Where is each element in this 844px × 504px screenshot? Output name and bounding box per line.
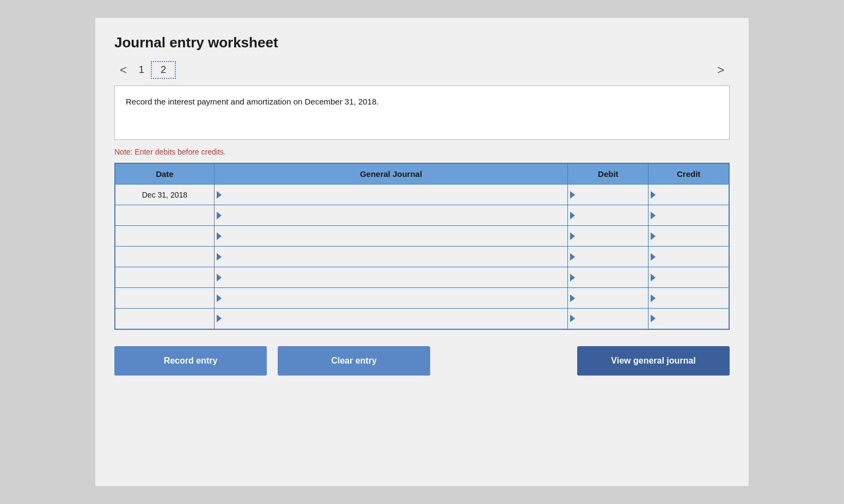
record-entry-button[interactable]: Record entry <box>114 346 267 376</box>
table-row <box>115 309 729 329</box>
input-general-6[interactable] <box>222 309 567 329</box>
cell-general-1[interactable] <box>214 205 567 226</box>
cell-date-4 <box>115 267 214 288</box>
prev-arrow[interactable]: < <box>114 62 132 78</box>
cell-debit-1[interactable] <box>568 205 649 226</box>
arrow-indicator-credit <box>651 294 656 302</box>
input-credit-1[interactable] <box>656 205 729 225</box>
arrow-indicator-credit <box>651 232 656 240</box>
main-container: Journal entry worksheet < 1 2 > Record t… <box>95 18 749 486</box>
page-title: Journal entry worksheet <box>114 34 730 51</box>
input-debit-2[interactable] <box>575 226 648 246</box>
cell-date-1 <box>115 205 214 226</box>
arrow-indicator-debit <box>570 274 575 281</box>
cell-credit-2[interactable] <box>649 226 729 247</box>
cell-general-6[interactable] <box>214 309 567 329</box>
cell-general-5[interactable] <box>214 288 567 309</box>
cell-date-2 <box>115 226 214 247</box>
input-general-2[interactable] <box>222 226 567 246</box>
buttons-row: Record entry Clear entry View general jo… <box>114 346 730 376</box>
journal-table: Date General Journal Debit Credit Dec 31… <box>114 163 730 330</box>
step-1[interactable]: 1 <box>132 62 151 78</box>
description-box: Record the interest payment and amortiza… <box>114 85 730 140</box>
arrow-indicator-credit <box>651 274 656 281</box>
arrow-indicator-debit <box>570 253 575 261</box>
cell-credit-1[interactable] <box>649 205 729 226</box>
arrow-indicator-general <box>217 253 222 261</box>
cell-credit-6[interactable] <box>649 309 729 329</box>
input-general-3[interactable] <box>222 247 567 267</box>
table-row <box>115 226 729 247</box>
input-debit-4[interactable] <box>575 267 648 287</box>
arrow-indicator-general <box>217 274 222 281</box>
arrow-indicator-general <box>217 212 222 219</box>
cell-debit-2[interactable] <box>568 226 649 247</box>
cell-debit-4[interactable] <box>568 267 649 288</box>
cell-general-4[interactable] <box>214 267 567 288</box>
input-general-1[interactable] <box>222 205 567 225</box>
arrow-indicator-debit <box>570 191 575 199</box>
view-general-journal-button[interactable]: View general journal <box>577 346 730 376</box>
input-general-0[interactable] <box>222 185 567 205</box>
input-debit-3[interactable] <box>575 247 648 267</box>
description-text: Record the interest payment and amortiza… <box>126 97 378 106</box>
cell-credit-0[interactable] <box>649 185 729 205</box>
cell-credit-3[interactable] <box>649 247 729 267</box>
cell-debit-5[interactable] <box>568 288 649 309</box>
arrow-indicator-general <box>217 315 222 322</box>
arrow-indicator-general <box>217 191 222 199</box>
arrow-indicator-general <box>217 294 222 302</box>
col-header-debit: Debit <box>568 163 649 185</box>
input-credit-3[interactable] <box>656 247 729 267</box>
cell-date-6 <box>115 309 214 329</box>
note-text: Note: Enter debits before credits. <box>114 147 730 156</box>
input-debit-0[interactable] <box>575 185 648 205</box>
cell-credit-5[interactable] <box>649 288 729 309</box>
input-credit-2[interactable] <box>656 226 729 246</box>
table-row <box>115 247 729 267</box>
arrow-indicator-debit <box>570 315 575 322</box>
cell-general-2[interactable] <box>214 226 567 247</box>
table-row <box>115 267 729 288</box>
table-row <box>115 288 729 309</box>
input-debit-5[interactable] <box>575 288 648 308</box>
input-credit-6[interactable] <box>656 309 729 329</box>
cell-general-3[interactable] <box>214 247 567 267</box>
input-debit-6[interactable] <box>575 309 648 329</box>
arrow-indicator-credit <box>651 315 656 322</box>
cell-date-3 <box>115 247 214 267</box>
input-credit-4[interactable] <box>656 267 729 287</box>
arrow-indicator-debit <box>570 232 575 240</box>
cell-credit-4[interactable] <box>649 267 729 288</box>
arrow-indicator-credit <box>651 212 656 219</box>
arrow-indicator-general <box>217 232 222 240</box>
arrow-indicator-debit <box>570 212 575 219</box>
cell-general-0[interactable] <box>214 185 567 205</box>
table-row <box>115 205 729 226</box>
cell-date-0: Dec 31, 2018 <box>115 185 214 205</box>
cell-date-5 <box>115 288 214 309</box>
table-row: Dec 31, 2018 <box>115 185 729 205</box>
input-credit-5[interactable] <box>656 288 729 308</box>
input-credit-0[interactable] <box>656 185 729 205</box>
input-general-5[interactable] <box>222 288 567 308</box>
col-header-general: General Journal <box>214 163 567 185</box>
arrow-indicator-credit <box>651 191 656 199</box>
input-debit-1[interactable] <box>575 205 648 225</box>
cell-debit-3[interactable] <box>568 247 649 267</box>
cell-debit-0[interactable] <box>568 185 649 205</box>
arrow-indicator-debit <box>570 294 575 302</box>
cell-debit-6[interactable] <box>568 309 649 329</box>
col-header-credit: Credit <box>649 163 729 185</box>
clear-entry-button[interactable]: Clear entry <box>278 346 430 376</box>
input-general-4[interactable] <box>222 267 567 287</box>
arrow-indicator-credit <box>651 253 656 261</box>
navigation-row: < 1 2 > <box>114 61 730 79</box>
next-arrow[interactable]: > <box>712 62 730 78</box>
col-header-date: Date <box>115 163 214 185</box>
step-2[interactable]: 2 <box>151 61 176 79</box>
